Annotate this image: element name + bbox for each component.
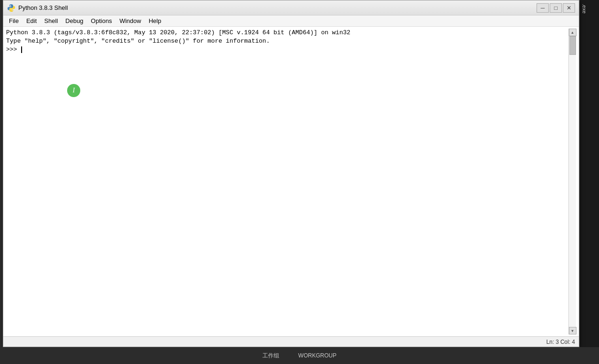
- mouse-cursor-overlay: I: [67, 84, 80, 97]
- menu-edit[interactable]: Edit: [23, 16, 40, 25]
- shell-prompt-line[interactable]: >>>: [6, 46, 568, 54]
- title-buttons: ─ □ ✕: [537, 3, 575, 13]
- title-bar-left: Python 3.8.3 Shell: [7, 4, 68, 12]
- python-icon: [7, 4, 15, 12]
- menu-file[interactable]: File: [5, 16, 23, 25]
- python-shell-window: Python 3.8.3 Shell ─ □ ✕ File Edit Shell…: [3, 0, 579, 347]
- scrollbar-thumb[interactable]: [569, 36, 576, 55]
- minimize-button[interactable]: ─: [537, 3, 549, 13]
- shell-version-line: Python 3.8.3 (tags/v3.8.3:6f8c832, May 1…: [6, 29, 568, 37]
- shell-prompt: >>>: [6, 46, 21, 54]
- text-cursor: [21, 46, 22, 53]
- status-bar: Ln: 3 Col: 4: [3, 336, 579, 347]
- right-panel-text: .exe: [580, 0, 589, 17]
- menu-options[interactable]: Options: [87, 16, 116, 25]
- shell-info-line: Type "help", "copyright", "credits" or "…: [6, 37, 568, 46]
- right-panel: .exe: [579, 0, 599, 347]
- vertical-scrollbar[interactable]: ▲ ▼: [568, 29, 576, 334]
- menu-help[interactable]: Help: [145, 16, 165, 25]
- scroll-up-arrow[interactable]: ▲: [569, 29, 576, 36]
- taskbar: 工作组 WORKGROUP: [0, 347, 599, 364]
- menu-debug[interactable]: Debug: [61, 16, 87, 25]
- menu-shell[interactable]: Shell: [40, 16, 61, 25]
- scrollbar-track[interactable]: [569, 36, 576, 327]
- scroll-down-arrow[interactable]: ▼: [569, 327, 576, 334]
- taskbar-item-2: WORKGROUP: [298, 352, 336, 359]
- menu-bar: File Edit Shell Debug Options Window Hel…: [3, 15, 579, 27]
- window-title: Python 3.8.3 Shell: [18, 4, 68, 11]
- title-bar: Python 3.8.3 Shell ─ □ ✕: [3, 0, 579, 15]
- cursor-position: Ln: 3 Col: 4: [546, 339, 575, 345]
- maximize-button[interactable]: □: [550, 3, 562, 13]
- taskbar-item-1: 工作组: [262, 352, 279, 360]
- menu-window[interactable]: Window: [115, 16, 145, 25]
- close-button[interactable]: ✕: [563, 3, 575, 13]
- shell-content[interactable]: Python 3.8.3 (tags/v3.8.3:6f8c832, May 1…: [3, 27, 579, 336]
- shell-main[interactable]: Python 3.8.3 (tags/v3.8.3:6f8c832, May 1…: [6, 29, 568, 334]
